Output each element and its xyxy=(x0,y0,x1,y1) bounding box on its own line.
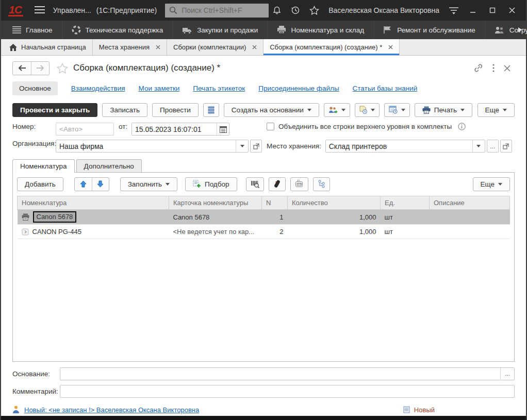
navlink-attached-files[interactable]: Присоединенные файлы xyxy=(258,85,339,92)
number-input[interactable] xyxy=(56,125,113,133)
close-tab-icon[interactable] xyxy=(156,45,160,49)
hierarchy-icon[interactable] xyxy=(313,177,330,191)
navlink-kb-articles[interactable]: Статьи базы знаний xyxy=(353,85,418,92)
cell-nomenclature[interactable]: Canon 5678 xyxy=(33,211,77,223)
fill-button[interactable]: Заполнить xyxy=(120,177,177,191)
expand-row-icon[interactable] xyxy=(22,228,29,236)
cell-unit[interactable]: шт xyxy=(381,225,430,239)
items-more-button[interactable]: Еще xyxy=(473,177,510,191)
cell-quantity[interactable]: 1,000 xyxy=(288,210,381,225)
cell-unit[interactable]: шт xyxy=(381,210,430,225)
search-input[interactable] xyxy=(180,6,265,15)
storage-open-icon[interactable] xyxy=(500,140,512,153)
print-button[interactable]: Печать xyxy=(415,103,472,117)
col-quantity[interactable]: Количество xyxy=(288,196,381,210)
tab-additional[interactable]: Дополнительно xyxy=(76,159,142,173)
current-user-name[interactable]: Васелевская Оксана Викторовна xyxy=(328,6,439,14)
move-row-buttons xyxy=(74,177,109,191)
organization-input[interactable] xyxy=(56,142,236,150)
section-tech-support[interactable]: Техническая поддержка xyxy=(62,21,173,39)
comment-input[interactable] xyxy=(60,388,514,395)
dropdown-caret-icon xyxy=(240,145,244,147)
history-clock-icon[interactable] xyxy=(287,3,304,18)
post-button[interactable]: Провести xyxy=(152,103,199,117)
pick-button[interactable]: Подбор xyxy=(185,177,237,191)
post-and-close-button[interactable]: Провести и закрыть xyxy=(12,103,97,117)
app-window: 1С Управлен... (1С:Предприятие) Васелевс… xyxy=(0,0,527,420)
organization-dropdown-icon[interactable] xyxy=(236,140,248,152)
notifications-bell-icon[interactable] xyxy=(269,3,285,18)
global-search[interactable] xyxy=(165,4,269,18)
col-description[interactable]: Описание xyxy=(430,196,510,210)
save-button[interactable]: Записать xyxy=(102,103,147,117)
move-down-icon[interactable] xyxy=(92,178,109,191)
storage-list-choice-button[interactable]: ... xyxy=(487,140,499,153)
more-button[interactable]: Еще xyxy=(477,103,515,117)
cell-n[interactable]: 1 xyxy=(262,210,288,225)
storage-place-input[interactable] xyxy=(326,142,472,150)
enter-quantity-icon[interactable]: 0-9 xyxy=(290,177,308,191)
tab-storage-places[interactable]: Места хранения xyxy=(93,39,167,55)
table-row[interactable]: Canon 5678 Canon 5678 1 1,000 шт xyxy=(18,210,510,225)
organization-open-icon[interactable] xyxy=(250,140,262,153)
schedule-button[interactable] xyxy=(384,103,410,117)
favorite-star-icon[interactable] xyxy=(57,63,68,74)
basis-choice-button[interactable]: ... xyxy=(500,368,514,380)
col-nomenclature[interactable]: Номенклатура xyxy=(18,196,169,210)
col-card[interactable]: Карточка номенклатуры xyxy=(169,196,262,210)
ribbon-overflow-arrow[interactable] xyxy=(518,27,522,32)
document-status-link[interactable]: Новый: <не записан !> Васелевская Оксана… xyxy=(24,406,199,414)
navlink-main[interactable]: Основное xyxy=(12,81,58,95)
cell-n[interactable]: 2 xyxy=(262,225,288,239)
basis-input[interactable] xyxy=(60,370,500,378)
calendar-icon[interactable] xyxy=(217,123,229,135)
info-icon[interactable] xyxy=(458,123,466,130)
cell-description[interactable] xyxy=(430,210,510,225)
section-repair-service[interactable]: Ремонт и обслуживание xyxy=(374,21,485,39)
favorites-star-icon[interactable] xyxy=(306,3,322,18)
col-n[interactable]: N xyxy=(262,196,288,210)
close-tab-icon[interactable] xyxy=(252,45,257,49)
main-menu-icon[interactable] xyxy=(35,6,45,15)
section-main[interactable]: Главное xyxy=(1,21,62,39)
scanner-icon[interactable] xyxy=(269,177,286,191)
tab-nomenclature[interactable]: Номенклатура xyxy=(12,159,75,173)
cell-nomenclature[interactable]: CANON PG-445 xyxy=(32,228,81,236)
tab-assemblies-list[interactable]: Сборки (комплектации) xyxy=(167,39,264,55)
close-window-icon[interactable] xyxy=(503,3,521,18)
barcode-search-icon[interactable] xyxy=(246,177,264,191)
navlink-label-printing[interactable]: Печать этикеток xyxy=(193,85,245,92)
date-input[interactable] xyxy=(132,125,217,133)
minimize-icon[interactable] xyxy=(464,3,482,18)
reminder-button[interactable] xyxy=(355,103,380,117)
assign-performer-button[interactable] xyxy=(324,103,350,117)
cell-quantity[interactable]: 1,000 xyxy=(288,225,381,239)
storage-dropdown-icon[interactable] xyxy=(472,140,485,152)
cell-description[interactable] xyxy=(430,225,510,239)
move-up-icon[interactable] xyxy=(75,178,92,191)
table-row[interactable]: CANON PG-445 <Не ведется учет по кар... … xyxy=(18,225,510,239)
more-menu-icon[interactable] xyxy=(492,64,495,72)
tab-assembly-new[interactable]: Сборка (комплектация) (создание) * xyxy=(264,39,400,55)
posting-report-button[interactable] xyxy=(203,103,219,117)
navlink-interactions[interactable]: Взаимодействия xyxy=(71,85,125,92)
maximize-icon[interactable] xyxy=(484,3,501,18)
service-menu-icon[interactable] xyxy=(446,3,462,18)
navlink-my-notes[interactable]: Мои заметки xyxy=(138,85,179,92)
forward-button[interactable] xyxy=(31,62,49,75)
storage-place-label: Место хранения: xyxy=(267,142,321,150)
add-row-button[interactable]: Добавить xyxy=(17,177,63,191)
cell-card[interactable]: <Не ведется учет по кар... xyxy=(169,225,262,239)
section-nomenclature-warehouse[interactable]: Номенклатура и склад xyxy=(268,21,374,39)
cell-card[interactable]: Canon 5678 xyxy=(169,210,262,225)
close-tab-icon[interactable] xyxy=(388,45,393,49)
close-form-icon[interactable] xyxy=(504,65,510,72)
section-purchases-sales[interactable]: Закупки и продажи xyxy=(173,21,268,39)
back-button[interactable] xyxy=(13,62,31,75)
link-icon[interactable] xyxy=(473,63,483,73)
col-unit[interactable]: Ед. xyxy=(381,196,430,210)
tab-home[interactable]: Начальная страница xyxy=(1,39,93,55)
merge-rows-checkbox[interactable] xyxy=(267,123,274,130)
create-based-on-button[interactable]: Создать на основании xyxy=(224,103,319,117)
flag-icon xyxy=(383,26,392,34)
